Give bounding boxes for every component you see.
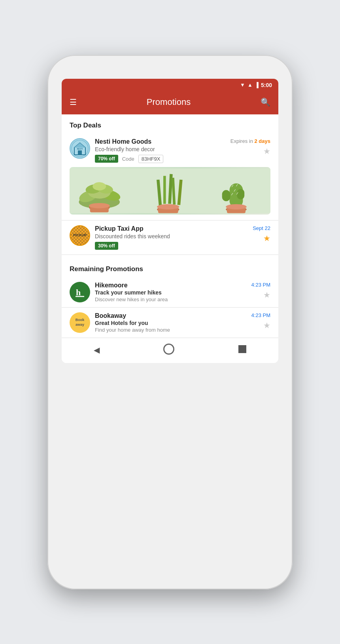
svg-point-12	[93, 182, 106, 190]
nesti-badges: 70% off Code 83HF9X	[95, 155, 226, 163]
hikemoore-meta: 4:23 PM ★	[251, 282, 270, 300]
bookaway-star-button[interactable]: ★	[251, 321, 270, 330]
nav-home-button[interactable]	[157, 342, 181, 358]
hikemoore-item[interactable]: h Hikemoore Track your summer hikes Disc…	[62, 277, 278, 307]
hikemoore-logo: h	[70, 282, 90, 302]
phone-shell: ▼ ▲ ▐ 5:00 ☰ Promotions 🔍 Top Deals	[47, 55, 293, 589]
bookaway-meta: 4:23 PM ★	[251, 312, 270, 330]
nesti-deal-meta: Expires in 2 days ★	[230, 138, 270, 156]
hikemoore-time: 4:23 PM	[251, 282, 270, 288]
code-value[interactable]: 83HF9X	[138, 155, 164, 163]
expires-text: Expires in 2 days	[230, 138, 270, 144]
bookaway-info: Bookaway Great Hotels for you Find your …	[95, 312, 247, 333]
nesti-subtitle: Eco-friendly home decor	[95, 146, 226, 152]
svg-point-23	[157, 204, 179, 209]
pickup-info: Pickup Taxi App Discounted rides this we…	[95, 225, 248, 250]
svg-point-34	[226, 204, 247, 209]
bookaway-time: 4:23 PM	[251, 312, 270, 318]
svg-text:h: h	[76, 287, 81, 297]
pickup-meta: Sept 22 ★	[253, 225, 270, 243]
pickup-date: Sept 22	[253, 225, 270, 231]
hikemoore-title: Track your summer hikes	[95, 289, 247, 296]
top-bar-search-icon[interactable]: 🔍	[261, 97, 270, 107]
svg-rect-25	[222, 190, 230, 201]
bookaway-logo-text: Bookaway	[76, 318, 85, 327]
svg-rect-26	[237, 189, 244, 199]
battery-icon: ▐	[255, 82, 259, 88]
status-icons: ▼ ▲ ▐ 5:00	[240, 82, 272, 88]
code-label: Code	[122, 156, 134, 162]
remaining-section: Remaining Promotions h Hikemoore Track y…	[62, 258, 278, 338]
pickup-promo-item[interactable]: PICKUP Pickup Taxi App Discounted rides …	[62, 220, 278, 255]
status-bar: ▼ ▲ ▐ 5:00	[62, 79, 278, 91]
top-bar: ☰ Promotions 🔍	[62, 91, 278, 114]
status-time: 5:00	[261, 82, 272, 88]
bookaway-item[interactable]: Bookaway Bookaway Great Hotels for you F…	[62, 308, 278, 338]
divider-2	[62, 255, 278, 255]
expires-days: 2 days	[255, 138, 270, 144]
pickup-name: Pickup Taxi App	[95, 225, 248, 232]
top-deals-section: Top Deals NESTI	[62, 114, 278, 255]
nav-bar: ◀	[62, 338, 278, 363]
remaining-label: Remaining Promotions	[62, 258, 278, 277]
nesti-plant-image	[70, 167, 270, 215]
svg-text:NESTI: NESTI	[77, 148, 83, 150]
svg-rect-3	[78, 150, 82, 155]
pickup-star-button[interactable]: ★	[253, 234, 270, 243]
phone-screen: ▼ ▲ ▐ 5:00 ☰ Promotions 🔍 Top Deals	[62, 79, 278, 363]
top-bar-title: Promotions	[147, 97, 191, 107]
signal-icon: ▲	[247, 82, 253, 88]
svg-point-15	[89, 203, 110, 208]
bookaway-subtitle: Find your home away from home	[95, 327, 247, 333]
pickup-subtitle: Discounted rides this weekend	[95, 233, 248, 239]
hikemoore-name: Hikemoore	[95, 282, 247, 289]
nesti-deal-header: NESTI Nesti Home Goods Eco-friendly home…	[70, 138, 270, 163]
hikemoore-info: Hikemoore Track your summer hikes Discov…	[95, 282, 247, 302]
nesti-name: Nesti Home Goods	[95, 138, 226, 145]
hikemoore-subtitle: Discover new hikes in your area	[95, 296, 247, 302]
wifi-icon: ▼	[240, 82, 245, 88]
top-deals-label: Top Deals	[62, 114, 278, 133]
nav-recents-square	[238, 345, 246, 353]
pickup-logo: PICKUP	[70, 225, 90, 246]
nav-back-button[interactable]: ◀	[87, 344, 106, 356]
nesti-deal-card[interactable]: NESTI Nesti Home Goods Eco-friendly home…	[62, 133, 278, 215]
nesti-star-button[interactable]: ★	[230, 146, 270, 156]
bookaway-logo: Bookaway	[70, 312, 90, 333]
nav-home-circle	[163, 344, 174, 355]
nesti-logo: NESTI	[70, 138, 90, 159]
pickup-badges: 30% off	[95, 242, 248, 250]
pickup-discount-badge: 30% off	[95, 242, 118, 250]
nav-recents-button[interactable]	[232, 344, 253, 357]
svg-rect-17	[163, 176, 166, 204]
bookaway-name: Bookaway	[95, 312, 247, 319]
nesti-discount-badge: 70% off	[95, 155, 118, 163]
nesti-deal-info: Nesti Home Goods Eco-friendly home decor…	[95, 138, 226, 163]
bookaway-title: Great Hotels for you	[95, 320, 247, 326]
hamburger-icon[interactable]: ☰	[70, 97, 77, 107]
hikemoore-star-button[interactable]: ★	[251, 290, 270, 300]
content-area: Top Deals NESTI	[62, 114, 278, 338]
